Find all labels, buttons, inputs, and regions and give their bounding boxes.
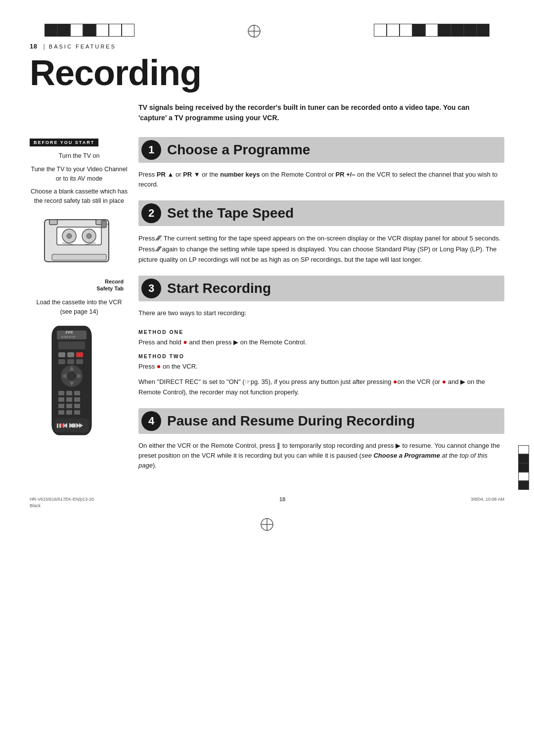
footer-color: Black [30, 503, 504, 508]
step2-header: 2 Set the Tape Speed [138, 200, 504, 226]
page-number: 18 [30, 43, 37, 50]
reg-crosshair-top [247, 24, 262, 39]
svg-rect-35 [66, 391, 72, 395]
svg-point-8 [67, 234, 72, 238]
remote-vcr-illustration: JVC VIDEOTR [30, 324, 129, 474]
step4-section: 4 Pause and Resume During Recording On e… [138, 408, 504, 471]
step2-section: 2 Set the Tape Speed Press ⁄⁄⁄. The curr… [138, 200, 504, 265]
reg-cell [477, 24, 490, 37]
svg-rect-55 [72, 424, 76, 427]
reg-cell [57, 24, 70, 37]
reg-cell [451, 24, 464, 37]
svg-rect-38 [66, 397, 72, 402]
cassette-illustration: Record Safety Tab [30, 210, 129, 292]
step3-warning: When "DIRECT REC" is set to "ON" (☞pg. 3… [138, 377, 504, 397]
method-one-text: Press and hold ● and then press ▶ on the… [138, 337, 504, 347]
svg-rect-42 [74, 404, 80, 408]
step3-section: 3 Start Recording There are two ways to … [138, 276, 504, 397]
before-you-start-label: BEFORE YOU START [30, 139, 98, 146]
svg-rect-40 [58, 404, 64, 408]
svg-rect-14 [52, 254, 106, 260]
step1-circle: 1 [141, 140, 161, 160]
reg-cell [109, 24, 122, 37]
reg-cell [400, 24, 412, 37]
step3-header: 3 Start Recording [138, 276, 504, 301]
step2-title: Set the Tape Speed [167, 205, 294, 221]
page-header: 18 | BASIC FEATURES [30, 43, 504, 50]
step4-header: 4 Pause and Resume During Recording [138, 408, 504, 434]
registration-marks-top [30, 20, 504, 43]
reg-cell [44, 24, 57, 37]
svg-rect-26 [67, 359, 74, 364]
method-two-text: Press ● on the VCR. [138, 361, 504, 372]
svg-rect-22 [58, 352, 65, 357]
method-two-label: METHOD TWO [138, 353, 504, 359]
record-safety-tab-label: Record Safety Tab [30, 278, 124, 292]
section-label: BASIC FEATURES [49, 44, 116, 49]
step4-title: Pause and Resume During Recording [167, 413, 415, 429]
svg-rect-27 [76, 359, 83, 364]
reg-cell [83, 24, 96, 37]
content-layout: BEFORE YOU START Turn the TV on Tune the… [30, 137, 504, 481]
footer-model: HR-V615/616/617EK-EN/p13-20 [30, 497, 94, 502]
svg-rect-37 [58, 397, 64, 402]
svg-rect-53 [57, 424, 58, 428]
svg-rect-45 [74, 410, 80, 415]
svg-rect-44 [66, 410, 72, 415]
before-you-start-items: Turn the TV on Tune the TV to your Video… [30, 151, 129, 206]
step2-content: Press ⁄⁄⁄. The current setting for the t… [138, 233, 504, 265]
step4-circle: 4 [141, 411, 161, 431]
svg-rect-41 [66, 404, 72, 408]
intro-text: TV signals being received by the recorde… [138, 102, 475, 123]
svg-rect-24 [76, 352, 83, 357]
svg-text:VIDEOTR: VIDEOTR [61, 335, 76, 338]
before-start-item-1: Turn the TV on [30, 151, 129, 161]
svg-rect-43 [58, 410, 64, 415]
left-sidebar: BEFORE YOU START Turn the TV on Tune the… [30, 137, 138, 481]
step4-content: On either the VCR or the Remote Control,… [138, 441, 504, 471]
svg-rect-34 [58, 391, 64, 395]
svg-point-10 [87, 234, 91, 238]
svg-rect-25 [58, 359, 65, 364]
svg-rect-54 [59, 424, 61, 428]
reg-crosshair-bottom [260, 517, 274, 532]
reg-block-left [44, 24, 134, 37]
svg-rect-23 [67, 352, 74, 357]
step3-title: Start Recording [167, 281, 271, 296]
reg-cell [122, 24, 134, 37]
footer-page-num: 18 [279, 496, 285, 502]
reg-cell [464, 24, 477, 37]
page-title: Recording [30, 55, 504, 91]
step1-section: 1 Choose a Programme Press PR ▲ or PR ▼ … [138, 137, 504, 189]
registration-marks-bottom [30, 513, 504, 536]
page-footer: HR-V615/616/617EK-EN/p13-20 18 3/8/04, 1… [30, 496, 504, 502]
svg-rect-15 [101, 221, 106, 228]
method-one-label: METHOD ONE [138, 329, 504, 335]
reg-cell [70, 24, 83, 37]
before-start-item-2: Tune the TV to your Video Channel or to … [30, 165, 129, 184]
reg-cell [387, 24, 400, 37]
svg-rect-39 [74, 397, 80, 402]
svg-rect-36 [74, 391, 80, 395]
step2-circle: 2 [141, 203, 161, 223]
step3-intro: There are two ways to start recording: [138, 308, 504, 318]
registration-marks-right [518, 445, 529, 490]
reg-cell [374, 24, 387, 37]
reg-block-right [374, 24, 490, 37]
step1-content: Press PR ▲ or PR ▼ or the number keys on… [138, 170, 504, 189]
right-col: 1 Choose a Programme Press PR ▲ or PR ▼ … [138, 137, 504, 481]
footer-date: 3/8/04, 10:08 AM [471, 497, 504, 502]
before-start-item-3: Choose a blank cassette which has the re… [30, 187, 129, 206]
svg-rect-4 [49, 220, 57, 225]
reg-cell [425, 24, 438, 37]
reg-cell [96, 24, 109, 37]
svg-point-29 [67, 372, 76, 380]
load-cassette-text: Load the cassette into the VCR (see page… [30, 298, 129, 317]
step3-circle: 3 [141, 279, 161, 298]
reg-cell [438, 24, 451, 37]
svg-rect-21 [58, 341, 85, 349]
reg-cell [412, 24, 425, 37]
step1-title: Choose a Programme [167, 142, 310, 158]
step1-header: 1 Choose a Programme [138, 137, 504, 163]
svg-text:JVC: JVC [65, 331, 74, 334]
